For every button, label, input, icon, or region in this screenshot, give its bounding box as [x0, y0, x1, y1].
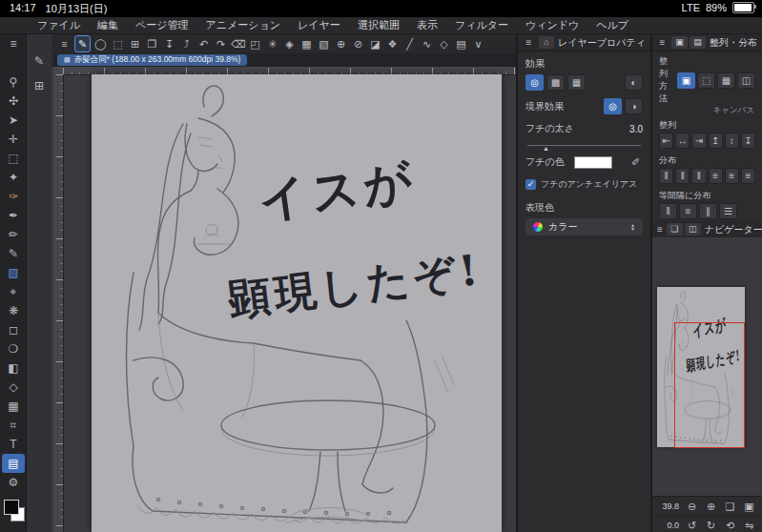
- pencil-tool[interactable]: ✏: [2, 225, 25, 244]
- subview-tab-icon[interactable]: ◫: [685, 223, 701, 235]
- menu-item[interactable]: ヘルプ: [587, 18, 637, 32]
- operation-tool[interactable]: ➤: [2, 111, 25, 130]
- document-tab[interactable]: ▤ 赤髪合同* (188.00 x 263.00mm 600dpi 39.8%): [57, 54, 247, 66]
- equal-gap-h-icon[interactable]: ∥: [699, 203, 717, 219]
- rotate-ccw-icon[interactable]: ↺: [686, 518, 698, 532]
- tone-icon[interactable]: ▩: [546, 74, 565, 91]
- layer-color-icon[interactable]: ◐: [625, 74, 643, 91]
- panel-menu-icon[interactable]: ≡: [657, 222, 663, 237]
- align-target-object-icon[interactable]: ▦: [717, 72, 735, 89]
- distribute-h-center-icon[interactable]: ‖: [675, 168, 690, 184]
- equal-space-v-icon[interactable]: ≡: [679, 203, 697, 219]
- hand-tool[interactable]: ✣: [2, 92, 25, 111]
- panel-menu-icon[interactable]: ≡: [657, 35, 668, 51]
- save-icon[interactable]: ↧: [162, 36, 176, 51]
- align-target-canvas-icon[interactable]: ▣: [677, 72, 695, 89]
- undo-icon[interactable]: ↶: [196, 36, 211, 51]
- expression-color-dropdown[interactable]: カラー ▲▼: [525, 218, 643, 235]
- rotate-cw-icon[interactable]: ↻: [705, 518, 717, 532]
- actual-size-icon[interactable]: ▣: [743, 499, 755, 514]
- distribute-panel-tab-icon[interactable]: ▤: [690, 36, 706, 49]
- menu-item[interactable]: ファイル: [29, 18, 89, 32]
- brush-size-icon[interactable]: ◯: [93, 36, 108, 51]
- edge-icon[interactable]: ◎: [604, 98, 622, 114]
- new-canvas-icon[interactable]: ⊞: [128, 36, 142, 51]
- transform-icon[interactable]: ◰: [248, 36, 262, 51]
- align-left-icon[interactable]: ⇤: [659, 133, 673, 149]
- extract-line-icon[interactable]: ▦: [567, 74, 586, 91]
- more-tools-icon[interactable]: ∨: [471, 36, 485, 51]
- open-file-icon[interactable]: ❐: [145, 36, 159, 51]
- distribute-top-icon[interactable]: ≡: [709, 168, 723, 184]
- fill-tool[interactable]: ◧: [2, 358, 25, 378]
- distribute-left-icon[interactable]: ‖: [659, 168, 673, 184]
- layer-move-tool[interactable]: ✛: [2, 130, 25, 149]
- watercolor-edge-icon[interactable]: ◑: [625, 98, 643, 114]
- align-top-icon[interactable]: ↥: [709, 133, 723, 149]
- menu-item[interactable]: アニメーション: [197, 18, 290, 32]
- selection-invert-icon[interactable]: ◪: [368, 36, 382, 51]
- figure-tool-icon[interactable]: ◇: [437, 36, 451, 51]
- subtool-pen-icon[interactable]: ✎: [32, 53, 47, 69]
- figure-tool[interactable]: ◇: [2, 378, 25, 397]
- main-menu-icon[interactable]: ≡: [57, 36, 72, 51]
- frame-border-tool[interactable]: ▦: [2, 397, 25, 416]
- eyedropper-tool[interactable]: ✑: [2, 187, 25, 206]
- distribute-bottom-icon[interactable]: ≡: [741, 168, 755, 184]
- align-panel-tab-icon[interactable]: ▣: [671, 36, 688, 49]
- zoom-value[interactable]: 39.8: [658, 501, 679, 511]
- equal-space-h-icon[interactable]: ‖: [659, 203, 677, 219]
- current-tool-icon[interactable]: ✎: [74, 35, 91, 52]
- zoom-out-icon[interactable]: ⊖: [686, 499, 698, 514]
- tool-palette-menu-icon[interactable]: ≡: [0, 36, 27, 51]
- align-v-center-icon[interactable]: ↕: [725, 133, 739, 149]
- selection-tool[interactable]: ⬚: [2, 149, 25, 168]
- slider-handle-icon[interactable]: ▲: [543, 145, 549, 152]
- navigator-tab-icon[interactable]: ❏: [667, 223, 683, 235]
- align-h-center-icon[interactable]: ↔: [675, 133, 690, 149]
- stabilization-icon[interactable]: ⬚: [111, 36, 125, 51]
- main-color-swatch[interactable]: [4, 500, 19, 515]
- color-swatch[interactable]: [3, 498, 26, 522]
- home-tab-icon[interactable]: ⌂: [539, 36, 555, 49]
- gradient-tool[interactable]: ▧: [2, 263, 25, 282]
- auto-select-tool[interactable]: ✦: [2, 168, 25, 187]
- flip-horizontal-icon[interactable]: ⇋: [743, 518, 755, 532]
- material-palette-icon[interactable]: ❖: [385, 36, 400, 51]
- align-scope-value[interactable]: キャンバス: [652, 105, 762, 116]
- eraser-tool[interactable]: ◻: [2, 320, 25, 339]
- snap-ruler-icon[interactable]: ✳: [265, 36, 279, 51]
- navigator-viewport[interactable]: [652, 237, 762, 496]
- material-tool[interactable]: ▤: [2, 454, 25, 473]
- pen-tool[interactable]: ✒: [2, 206, 25, 225]
- airbrush-tool[interactable]: ⌖: [2, 282, 25, 301]
- navigator-thumbnail[interactable]: [657, 287, 745, 447]
- share-icon[interactable]: ⤴: [179, 36, 194, 51]
- selection-clear-icon[interactable]: ⊘: [351, 36, 365, 51]
- menu-item[interactable]: 選択範囲: [349, 18, 408, 32]
- reset-rotation-icon[interactable]: ⟲: [724, 518, 736, 532]
- zoom-in-icon[interactable]: ⊕: [705, 499, 717, 514]
- quick-access-icon[interactable]: ⊞: [32, 78, 47, 93]
- text-tool[interactable]: T: [2, 435, 25, 454]
- clear-icon[interactable]: ⌫: [231, 36, 245, 51]
- align-target-grid-icon[interactable]: ◫: [737, 72, 755, 89]
- border-width-value[interactable]: 3.0: [629, 124, 643, 134]
- ruler-tool[interactable]: ⌗: [2, 416, 25, 435]
- color-picker-icon[interactable]: ✐: [628, 154, 643, 170]
- align-target-selection-icon[interactable]: ⬚: [697, 72, 715, 89]
- border-width-slider[interactable]: ▲: [527, 137, 641, 146]
- curve-tool-icon[interactable]: ∿: [420, 36, 434, 51]
- grid-toggle-icon[interactable]: ▤: [454, 36, 468, 51]
- decoration-tool[interactable]: ❋: [2, 301, 25, 320]
- align-bottom-icon[interactable]: ↧: [741, 133, 755, 149]
- canvas-page[interactable]: イスが 顕現したぞ!: [92, 74, 502, 532]
- selection-rect-icon[interactable]: ▧: [317, 36, 331, 51]
- selection-add-icon[interactable]: ⊕: [334, 36, 348, 51]
- rotation-value[interactable]: 0.0: [658, 521, 679, 530]
- blend-tool[interactable]: ❍: [2, 339, 25, 358]
- menu-item[interactable]: 編集: [89, 18, 127, 32]
- menu-item[interactable]: レイヤー: [289, 18, 349, 32]
- align-right-icon[interactable]: ⇥: [691, 133, 706, 149]
- zoom-tool[interactable]: ⚲: [2, 72, 25, 92]
